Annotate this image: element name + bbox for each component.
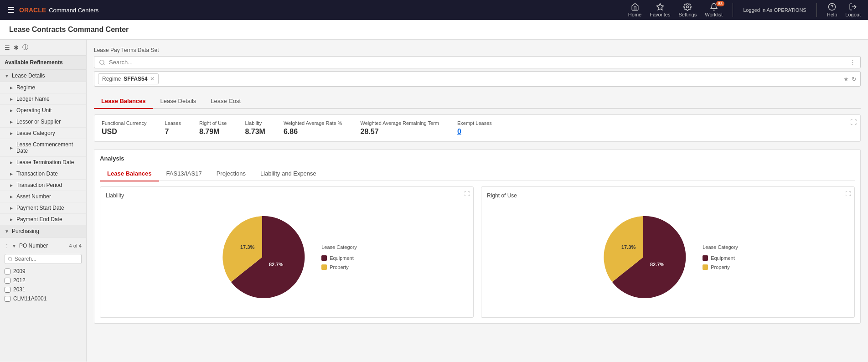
metric-value: USD xyxy=(102,128,146,136)
metric-label: Liability xyxy=(245,120,265,126)
sidebar-item-transaction-period[interactable]: ► Transaction Period xyxy=(0,180,86,191)
gear-icon xyxy=(683,3,692,11)
star-icon xyxy=(656,3,664,11)
sidebar-item-payment-start[interactable]: ► Payment Start Date xyxy=(0,202,86,214)
sidebar-item-transaction-date[interactable]: ► Transaction Date xyxy=(0,168,86,180)
analysis-tab-lease-balances[interactable]: Lease Balances xyxy=(100,166,159,181)
po-section: ⋮ ▼ PO Number 4 of 4 2009 2012 2031 xyxy=(0,238,86,306)
chevron-icon: ► xyxy=(9,171,14,176)
charts-grid: Liability ⛶ 82.7% 17.3% xyxy=(100,186,855,318)
analysis-tab-projections[interactable]: Projections xyxy=(209,166,253,181)
nav-home[interactable]: Home xyxy=(628,3,641,17)
po-item-clm[interactable]: CLM11A0001 xyxy=(5,294,82,303)
sidebar-item-lease-termination[interactable]: ► Lease Termination Date xyxy=(0,157,86,168)
main-tabs: Lease Balances Lease Details Lease Cost xyxy=(94,94,861,109)
info-icon[interactable]: ⓘ xyxy=(22,43,28,52)
nav-favorites[interactable]: Favorites xyxy=(650,3,670,17)
home-icon xyxy=(631,3,639,11)
po-checkbox-clm[interactable] xyxy=(5,296,10,302)
reset-icon[interactable]: ↻ xyxy=(852,76,857,83)
nav-help[interactable]: Help xyxy=(827,3,837,17)
po-checkbox-2012[interactable] xyxy=(5,278,10,284)
analysis-tabs: Lease Balances FAS13/IAS17 Projections L… xyxy=(100,166,855,181)
exempt-leases-link[interactable]: 0 xyxy=(457,128,492,136)
star-icon[interactable]: ★ xyxy=(843,76,849,83)
nav-settings[interactable]: Settings xyxy=(678,3,697,17)
chevron-icon: ► xyxy=(9,119,14,124)
app-logo: ORACLE Command Centers xyxy=(19,6,98,14)
more-options-icon[interactable]: ⋮ xyxy=(850,59,856,66)
chart-expand-icon[interactable]: ⛶ xyxy=(464,191,470,197)
legend-item-property-rou: Property xyxy=(703,264,738,270)
menu-icon[interactable]: ☰ xyxy=(5,44,10,51)
filter-tag-value: SFFAS54 xyxy=(124,76,147,82)
chart-expand-icon-rou[interactable]: ⛶ xyxy=(845,191,851,197)
nav-worklist[interactable]: 88 Worklist xyxy=(705,3,723,17)
chevron-icon: ► xyxy=(9,217,14,222)
property-dot-rou xyxy=(703,264,708,270)
po-search-box[interactable] xyxy=(5,254,82,264)
help-icon xyxy=(828,3,836,11)
sidebar-item-operating-unit[interactable]: ► Operating Unit xyxy=(0,105,86,116)
sidebar-group-lease-details[interactable]: ▼ Lease Details xyxy=(0,70,86,82)
po-checkbox-2031[interactable] xyxy=(5,287,10,293)
sidebar-item-ledger-name[interactable]: ► Ledger Name xyxy=(0,93,86,105)
dataset-section: Lease Pay Terms Data Set ⋮ Regime SFFAS5… xyxy=(94,47,861,87)
metric-value: 8.73M xyxy=(245,128,265,136)
analysis-tab-fas13[interactable]: FAS13/IAS17 xyxy=(159,166,209,181)
chart-legend-liability: Lease Category Equipment Property xyxy=(321,244,357,270)
property-dot xyxy=(321,264,327,270)
property-label: 17.3% xyxy=(240,244,254,250)
dataset-title: Lease Pay Terms Data Set xyxy=(94,47,861,53)
po-item-2031[interactable]: 2031 xyxy=(5,285,82,294)
po-search-input[interactable] xyxy=(15,256,78,262)
sidebar-item-lease-commencement[interactable]: ► Lease Commencement Date xyxy=(0,139,86,157)
filter-tag-close[interactable]: ✕ xyxy=(150,76,155,82)
svg-point-7 xyxy=(100,60,104,64)
main-layout: ☰ ✱ ⓘ Available Refinements ▼ Lease Deta… xyxy=(0,40,868,362)
sidebar-item-regime[interactable]: ► Regime xyxy=(0,82,86,93)
metric-functional-currency: Functional Currency USD xyxy=(102,120,146,136)
dataset-search-bar[interactable]: ⋮ xyxy=(94,56,861,68)
equipment-label: 82.7% xyxy=(269,262,283,267)
po-item-2012[interactable]: 2012 xyxy=(5,276,82,285)
tab-lease-balances[interactable]: Lease Balances xyxy=(94,94,153,109)
analysis-section: Analysis Lease Balances FAS13/IAS17 Proj… xyxy=(94,149,861,324)
collapse-icon: ▼ xyxy=(5,73,9,78)
metric-exempt-leases: Exempt Leases 0 xyxy=(457,120,492,136)
svg-line-8 xyxy=(103,63,105,65)
sidebar-group-purchasing[interactable]: ▼ Purchasing xyxy=(0,225,86,238)
chevron-icon: ▼ xyxy=(12,243,16,248)
expand-icon[interactable]: ⛶ xyxy=(850,119,857,126)
sidebar-toolbar: ☰ ✱ ⓘ xyxy=(0,40,86,56)
metric-value: 8.79M xyxy=(199,128,227,136)
property-label-rou: 17.3% xyxy=(621,244,636,250)
top-nav: ☰ ORACLE Command Centers Home Favorites … xyxy=(0,0,868,20)
chevron-icon: ► xyxy=(9,160,14,165)
sidebar-item-payment-end[interactable]: ► Payment End Date xyxy=(0,214,86,225)
liability-pie-chart: 82.7% 17.3% xyxy=(217,212,308,303)
nav-divider xyxy=(733,3,733,17)
analysis-tab-liability-expense[interactable]: Liability and Expense xyxy=(253,166,324,181)
legend-title: Lease Category xyxy=(321,244,357,250)
po-item-2009[interactable]: 2009 xyxy=(5,267,82,276)
dataset-search-input[interactable] xyxy=(109,59,850,66)
sidebar-item-lease-category[interactable]: ► Lease Category xyxy=(0,128,86,139)
metric-label: Functional Currency xyxy=(102,120,146,126)
sidebar-item-asset-number[interactable]: ► Asset Number xyxy=(0,191,86,202)
cc-brand: Command Centers xyxy=(49,7,98,14)
metric-value: 28.57 xyxy=(361,128,439,136)
metric-label: Right of Use xyxy=(199,120,227,126)
po-checkbox-2009[interactable] xyxy=(5,269,10,274)
sidebar-item-lessor-supplier[interactable]: ► Lessor or Supplier xyxy=(0,116,86,128)
chevron-icon: ► xyxy=(9,108,14,113)
equipment-label-rou: 82.7% xyxy=(650,262,664,267)
share-icon[interactable]: ✱ xyxy=(14,44,19,51)
page-header: Lease Contracts Command Center xyxy=(0,20,868,40)
nav-logout[interactable]: Logout xyxy=(845,3,861,17)
tab-lease-cost[interactable]: Lease Cost xyxy=(203,94,248,109)
filter-bar: Regime SFFAS54 ✕ ★ ↻ xyxy=(94,71,861,87)
hamburger-icon[interactable]: ☰ xyxy=(7,5,15,15)
tab-lease-details[interactable]: Lease Details xyxy=(153,94,204,109)
svg-line-6 xyxy=(11,260,12,261)
